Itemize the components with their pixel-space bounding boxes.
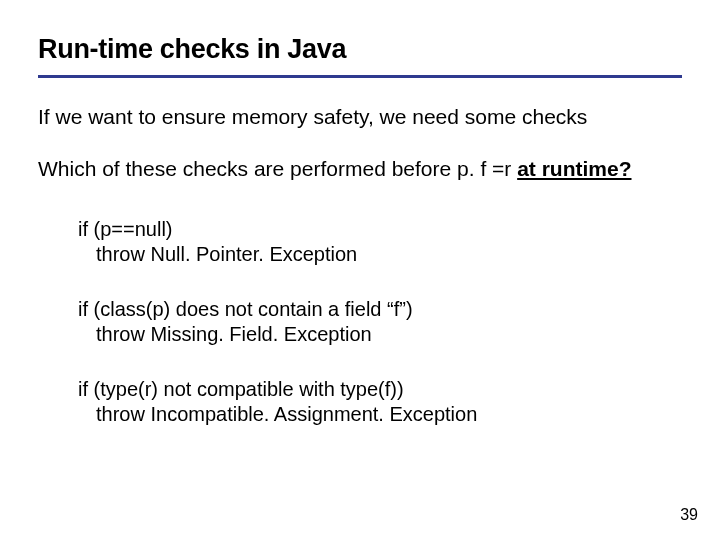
check-condition: if (type(r) not compatible with type(f))	[78, 377, 682, 402]
title-rule	[38, 75, 682, 78]
intro-text: If we want to ensure memory safety, we n…	[38, 104, 682, 130]
check-throw: throw Missing. Field. Exception	[78, 322, 682, 347]
check-condition: if (class(p) does not contain a field “f…	[78, 297, 682, 322]
page-number: 39	[680, 506, 698, 524]
check-throw: throw Null. Pointer. Exception	[78, 242, 682, 267]
check-throw: throw Incompatible. Assignment. Exceptio…	[78, 402, 682, 427]
question-text: Which of these checks are performed befo…	[38, 156, 682, 182]
slide-title: Run-time checks in Java	[38, 34, 682, 65]
check-block-1: if (p==null) throw Null. Pointer. Except…	[78, 217, 682, 267]
question-prefix: Which of these checks are performed befo…	[38, 157, 517, 180]
check-block-3: if (type(r) not compatible with type(f))…	[78, 377, 682, 427]
question-emphasis: at runtime?	[517, 157, 631, 180]
check-condition: if (p==null)	[78, 217, 682, 242]
check-block-2: if (class(p) does not contain a field “f…	[78, 297, 682, 347]
slide: Run-time checks in Java If we want to en…	[0, 0, 720, 540]
